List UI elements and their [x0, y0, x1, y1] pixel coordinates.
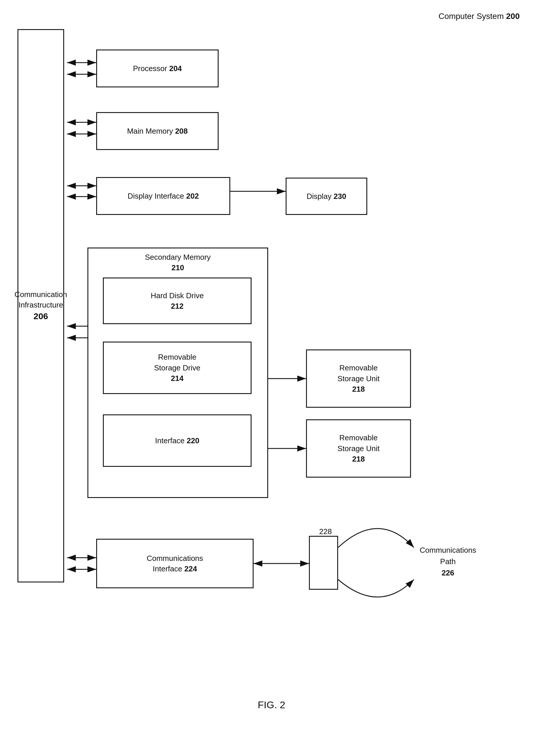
main-memory-box: Main Memory 208: [96, 112, 218, 150]
interface-220-number: 220: [187, 436, 199, 445]
modem-label: 228: [319, 527, 332, 536]
connectors-svg: [0, 0, 543, 728]
removable-storage-unit-1-label: RemovableStorage Unit218: [338, 363, 380, 394]
comm-infra-number: 206: [33, 311, 48, 321]
title-number: 200: [506, 12, 520, 21]
comm-infra-label: CommunicationInfrastructure206: [15, 289, 67, 323]
removable-storage-drive-label: RemovableStorage Drive214: [154, 352, 200, 384]
communications-path-label: CommunicationsPath226: [420, 545, 476, 579]
processor-box: Processor 204: [96, 50, 218, 87]
removable-storage-unit-2-label: RemovableStorage Unit218: [338, 432, 380, 464]
display-interface-number: 202: [186, 192, 199, 200]
comm-infra-box: CommunicationInfrastructure206: [17, 29, 64, 582]
removable-storage-unit-1-box: RemovableStorage Unit218: [306, 349, 411, 408]
removable-storage-unit-2-number: 218: [352, 455, 365, 463]
secondary-memory-number: 210: [171, 263, 184, 272]
display-label: Display 230: [307, 191, 346, 202]
interface-220-box: Interface 220: [103, 414, 251, 467]
secondary-memory-label: Secondary Memory210: [88, 252, 267, 273]
hard-disk-drive-number: 212: [171, 302, 183, 310]
processor-number: 204: [169, 64, 181, 73]
display-box: Display 230: [286, 178, 367, 215]
display-interface-box: Display Interface 202: [96, 177, 230, 215]
display-number: 230: [334, 192, 346, 201]
communications-path-number: 226: [442, 568, 454, 577]
main-memory-number: 208: [175, 127, 188, 135]
display-interface-label: Display Interface 202: [128, 191, 199, 201]
communications-interface-label: CommunicationsInterface 224: [147, 553, 203, 574]
diagram: Computer System 200 CommunicationInfrast…: [0, 0, 543, 728]
hard-disk-drive-box: Hard Disk Drive212: [103, 278, 251, 324]
modem-box: [309, 536, 338, 590]
interface-220-label: Interface 220: [155, 435, 199, 446]
hard-disk-drive-label: Hard Disk Drive212: [151, 290, 204, 312]
communications-interface-box: CommunicationsInterface 224: [96, 539, 253, 588]
diagram-title: Computer System 200: [438, 12, 520, 21]
removable-storage-drive-box: RemovableStorage Drive214: [103, 342, 251, 394]
processor-label: Processor 204: [133, 63, 182, 74]
communications-interface-number: 224: [184, 564, 197, 573]
secondary-memory-box: Secondary Memory210 Hard Disk Drive212 R…: [87, 248, 268, 498]
modem-number: 228: [319, 527, 332, 536]
fig-text: FIG. 2: [257, 699, 285, 710]
main-memory-label: Main Memory 208: [127, 126, 188, 136]
removable-storage-unit-2-box: RemovableStorage Unit218: [306, 419, 411, 478]
removable-storage-drive-number: 214: [171, 374, 183, 383]
fig-label: FIG. 2: [257, 699, 285, 711]
removable-storage-unit-1-number: 218: [352, 385, 365, 393]
